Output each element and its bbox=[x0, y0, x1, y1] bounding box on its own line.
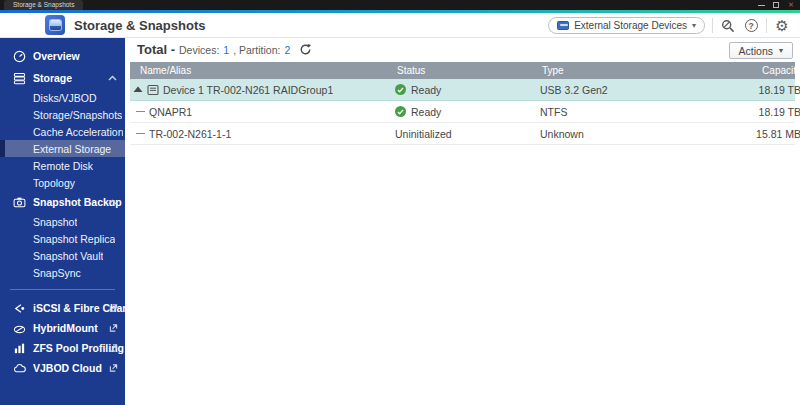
sidebar-item-snapsync[interactable]: SnapSync bbox=[0, 264, 125, 281]
sidebar-item-snapshot-backup[interactable]: Snapshot Backup bbox=[0, 191, 125, 213]
capacity-text: 18.19 TB bbox=[759, 84, 800, 96]
external-link-icon bbox=[109, 364, 118, 373]
chevron-up-icon[interactable] bbox=[108, 199, 117, 205]
close-icon[interactable]: ✕ bbox=[787, 1, 795, 9]
status-ready-icon bbox=[395, 106, 406, 117]
actions-label: Actions bbox=[739, 45, 773, 57]
window-tab[interactable]: Storage & Snapshots bbox=[4, 0, 83, 10]
page-title: Storage & Snapshots bbox=[74, 18, 205, 33]
sidebar-item-label: VJBOD Cloud bbox=[33, 362, 102, 374]
sidebar-item-iscsi-fibre-channel[interactable]: iSCSI & Fibre Channel bbox=[0, 298, 125, 318]
sidebar-item-vjbod-cloud[interactable]: VJBOD Cloud bbox=[0, 358, 125, 378]
partition-count: 2 bbox=[284, 44, 290, 56]
gear-icon[interactable]: ⚙ bbox=[774, 18, 790, 34]
sidebar-item-snapshot[interactable]: Snapshot bbox=[0, 213, 125, 230]
actions-button[interactable]: Actions ▾ bbox=[729, 42, 793, 59]
status-text: Uninitialized bbox=[395, 128, 452, 140]
search-icon[interactable] bbox=[720, 18, 736, 34]
gauge-icon bbox=[12, 49, 27, 63]
disks-icon bbox=[12, 71, 27, 85]
capacity-text: 18.19 TB bbox=[759, 106, 800, 118]
sidebar-item-snapshot-replica[interactable]: Snapshot Replica bbox=[0, 230, 125, 247]
partition-label: , Partition: bbox=[233, 44, 280, 56]
sidebar-item-label: Snapshot Replica bbox=[33, 233, 115, 245]
type-text: NTFS bbox=[540, 106, 567, 118]
sidebar-item-cache-acceleration[interactable]: Cache Acceleration bbox=[0, 123, 125, 140]
table-row-device[interactable]: Device 1 TR-002-N261 RAIDGroup1 Ready US… bbox=[130, 79, 795, 101]
sidebar-item-external-storage[interactable]: External Storage bbox=[0, 140, 125, 157]
sidebar-item-snapshot-vault[interactable]: Snapshot Vault bbox=[0, 247, 125, 264]
external-storage-devices-dropdown[interactable]: External Storage Devices ▾ bbox=[548, 17, 705, 34]
sidebar-item-overview[interactable]: Overview bbox=[0, 45, 125, 67]
sidebar-divider bbox=[10, 289, 115, 290]
total-label: Total - bbox=[137, 42, 175, 57]
sidebar-item-hybridmount[interactable]: HybridMount bbox=[0, 318, 125, 338]
storage-snapshots-app-icon bbox=[45, 15, 65, 35]
type-text: USB 3.2 Gen2 bbox=[540, 84, 608, 96]
column-header-name[interactable]: Name/Alias bbox=[130, 65, 395, 76]
sidebar: Overview Storage Disks/VJBOD Storage/Sna… bbox=[0, 38, 125, 405]
chevron-down-icon: ▾ bbox=[779, 46, 783, 55]
window-titlebar: Storage & Snapshots ✕ bbox=[0, 0, 800, 10]
sidebar-item-topology[interactable]: Topology bbox=[0, 174, 125, 191]
sidebar-item-disks-vjbod[interactable]: Disks/VJBOD bbox=[0, 89, 125, 106]
sidebar-item-storage[interactable]: Storage bbox=[0, 67, 125, 89]
column-header-status[interactable]: Status bbox=[395, 65, 540, 76]
chevron-up-icon[interactable] bbox=[108, 75, 117, 81]
device-name: Device 1 TR-002-N261 RAIDGroup1 bbox=[163, 84, 333, 96]
status-text: Ready bbox=[411, 84, 441, 96]
devices-label: Devices: bbox=[179, 44, 219, 56]
status-text: Ready bbox=[411, 106, 441, 118]
partition-name: QNAPR1 bbox=[149, 106, 192, 118]
tree-line bbox=[136, 111, 145, 112]
external-link-icon bbox=[109, 324, 118, 333]
app-header: Storage & Snapshots External Storage Dev… bbox=[0, 13, 800, 38]
sidebar-item-label: HybridMount bbox=[33, 322, 98, 334]
external-device-icon bbox=[557, 21, 569, 30]
chevron-down-icon: ▾ bbox=[692, 21, 696, 30]
refresh-icon[interactable] bbox=[299, 43, 312, 56]
sidebar-item-zfs-pool-profiling-tool[interactable]: ZFS Pool Profiling Tool bbox=[0, 338, 125, 358]
sidebar-item-remote-disk[interactable]: Remote Disk bbox=[0, 157, 125, 174]
table-row-partition[interactable]: QNAPR1 Ready NTFS 18.19 TB bbox=[130, 101, 795, 123]
divider bbox=[766, 18, 767, 33]
tree-line bbox=[136, 133, 145, 134]
main-content: Total - Devices: 1 , Partition: 2 Action… bbox=[125, 38, 800, 405]
storage-table: Name/Alias Status Type Capacity Utilizat… bbox=[130, 62, 795, 145]
external-link-icon bbox=[109, 304, 118, 313]
sidebar-item-label: Snapshot bbox=[33, 216, 77, 228]
collapse-chevron-icon[interactable] bbox=[133, 86, 143, 93]
summary-line: Total - Devices: 1 , Partition: 2 bbox=[137, 42, 312, 57]
minimize-icon[interactable] bbox=[757, 1, 765, 9]
sidebar-item-label: External Storage bbox=[33, 143, 111, 155]
enclosure-icon bbox=[147, 84, 159, 96]
column-header-type[interactable]: Type bbox=[540, 65, 675, 76]
table-header: Name/Alias Status Type Capacity Utilizat… bbox=[130, 62, 795, 79]
maximize-icon[interactable] bbox=[772, 1, 780, 9]
type-text: Unknown bbox=[540, 128, 584, 140]
capacity-text: 15.81 MB bbox=[756, 128, 800, 140]
iscsi-icon bbox=[12, 301, 27, 315]
window-tab-title: Storage & Snapshots bbox=[13, 1, 74, 8]
sidebar-item-label: Snapshot Vault bbox=[33, 250, 103, 262]
partition-name: TR-002-N261-1-1 bbox=[149, 128, 231, 140]
divider bbox=[712, 18, 713, 33]
hybridmount-icon bbox=[12, 321, 27, 335]
sidebar-item-label: Overview bbox=[33, 50, 80, 62]
sidebar-item-label: Storage/Snapshots bbox=[33, 109, 122, 121]
sidebar-item-label: Remote Disk bbox=[33, 160, 93, 172]
device-selector-label: External Storage Devices bbox=[574, 20, 687, 31]
external-link-icon bbox=[109, 344, 118, 353]
table-row-partition[interactable]: TR-002-N261-1-1 Uninitialized Unknown 15… bbox=[130, 123, 795, 145]
sidebar-item-label: Topology bbox=[33, 177, 75, 189]
zfs-tool-icon bbox=[12, 341, 27, 355]
content-toolbar: Total - Devices: 1 , Partition: 2 Action… bbox=[125, 38, 800, 62]
help-icon[interactable]: ? bbox=[743, 18, 759, 34]
sidebar-item-label: Disks/VJBOD bbox=[33, 92, 97, 104]
sidebar-item-storage-snapshots[interactable]: Storage/Snapshots bbox=[0, 106, 125, 123]
devices-count: 1 bbox=[223, 44, 229, 56]
status-ready-icon bbox=[395, 84, 406, 95]
sidebar-item-label: SnapSync bbox=[33, 267, 81, 279]
column-header-capacity[interactable]: Capacity bbox=[675, 65, 800, 76]
cloud-icon bbox=[12, 361, 27, 375]
